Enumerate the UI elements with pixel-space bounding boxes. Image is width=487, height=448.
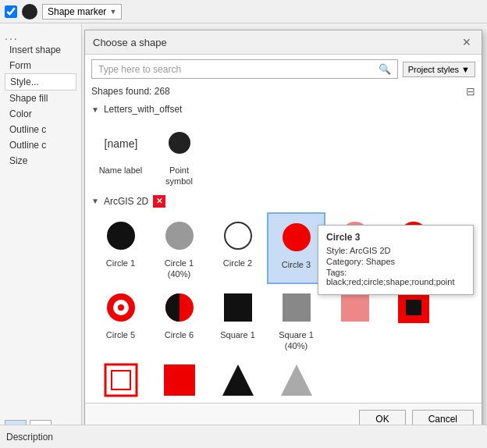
sidebar-item-outline2[interactable]: Outline c <box>5 137 76 153</box>
shape-item-triangle-gray[interactable] <box>267 357 325 403</box>
shape-visual-circle1-black <box>102 217 140 254</box>
shape-item-circle6[interactable]: Circle 6 <box>150 284 208 357</box>
shape-label-circle3-red: Circle 3 <box>282 259 311 270</box>
category-arcgis-header[interactable]: ▼ ArcGIS 2D ✕ <box>91 192 475 212</box>
svg-marker-21 <box>222 364 254 396</box>
shape-visual-triangle-gray <box>278 361 315 399</box>
shape-item-rect-red-solid[interactable] <box>150 357 208 403</box>
dialog-title: Choose a shape <box>93 37 167 48</box>
svg-point-4 <box>225 222 251 249</box>
tooltip-tags: Tags: black;red;circle;shape;round;point <box>326 268 465 286</box>
sidebar-dots: ... <box>5 30 76 42</box>
svg-rect-18 <box>105 364 137 396</box>
category-delete-button[interactable]: ✕ <box>153 195 165 208</box>
svg-rect-13 <box>224 293 252 322</box>
svg-point-3 <box>165 222 194 250</box>
dropdown-label: Shape marker <box>48 6 106 17</box>
search-row: Type here to search 🔍 Project styles ▼ <box>85 55 482 84</box>
sidebar-item-size[interactable]: Size <box>5 153 76 169</box>
category-arrow-icon: ▼ <box>91 105 99 114</box>
svg-point-5 <box>283 223 311 251</box>
shape-visual-point-symbol <box>161 124 198 162</box>
shape-item-rect-red-sq[interactable] <box>384 284 443 357</box>
shape-visual-square1 <box>219 289 257 326</box>
search-icon: 🔍 <box>379 63 391 75</box>
bottom-bar: Description <box>0 425 487 448</box>
tooltip-category: Category: Shapes <box>326 257 465 266</box>
tooltip-style: Style: ArcGIS 2D <box>326 246 465 255</box>
shape-marker-dropdown[interactable]: Shape marker ▼ <box>42 4 122 20</box>
toolbar-circle-icon <box>22 4 37 20</box>
shape-item-rect-outline-red[interactable] <box>91 357 150 403</box>
category2-arrow-icon: ▼ <box>91 197 99 205</box>
shape-visual-name-label: [name] <box>102 124 140 162</box>
svg-point-1 <box>169 132 190 154</box>
svg-text:[name]: [name] <box>104 137 137 150</box>
shape-item-circle1-gray[interactable]: Circle 1(40%) <box>150 212 208 285</box>
sidebar-item-color[interactable]: Color <box>5 106 76 122</box>
svg-point-2 <box>107 222 135 250</box>
shape-item-circle3-red[interactable]: Circle 3 <box>267 212 325 285</box>
shape-visual-circle3-red <box>278 219 315 256</box>
shape-item-name-label[interactable]: [name] Name label <box>91 119 150 192</box>
letters-shape-grid: [name] Name label Pointsymbol <box>91 119 475 192</box>
toolbar-checkbox[interactable] <box>5 5 17 18</box>
svg-rect-15 <box>341 293 369 322</box>
sidebar-item-outline1[interactable]: Outline c <box>5 122 76 137</box>
shape-tooltip: Circle 3 Style: ArcGIS 2D Category: Shap… <box>318 225 474 295</box>
tooltip-title: Circle 3 <box>326 232 465 243</box>
shape-item-square1[interactable]: Square 1 <box>208 284 267 357</box>
toolbar: Shape marker ▼ <box>0 0 487 23</box>
choose-shape-dialog: Choose a shape ✕ Type here to search 🔍 P… <box>84 30 482 436</box>
status-row: Shapes found: 268 ⊟ <box>85 84 482 101</box>
shape-label-circle5: Circle 5 <box>106 329 135 340</box>
sidebar-item-form[interactable]: Form <box>5 58 76 73</box>
shapes-found-label: Shapes found: 268 <box>91 86 170 97</box>
sidebar: ... Insert shape Form Style... Shape fil… <box>0 23 82 448</box>
shape-label-circle1-gray: Circle 1(40%) <box>165 258 194 280</box>
svg-rect-20 <box>164 364 195 396</box>
svg-marker-22 <box>281 364 312 396</box>
shape-visual-rect-red-solid <box>161 361 198 399</box>
shape-item-circle5[interactable]: Circle 5 <box>91 284 150 357</box>
shape-label-circle1-black: Circle 1 <box>106 258 135 268</box>
shape-item-square1-gray[interactable]: Square 1(40%) <box>267 284 325 357</box>
shape-visual-circle1-gray <box>161 217 198 254</box>
shape-item-circle1-black[interactable]: Circle 1 <box>91 212 150 285</box>
sidebar-item-insert-shape[interactable]: Insert shape <box>5 42 76 58</box>
svg-rect-17 <box>406 300 421 315</box>
shape-visual-rect-outline-red <box>102 361 140 399</box>
description-label: Description <box>6 432 53 443</box>
shape-item-triangle-black[interactable] <box>208 357 267 403</box>
shape-item-rect-pink[interactable] <box>325 284 384 357</box>
dropdown-arrow-icon: ▼ <box>109 8 116 16</box>
svg-point-11 <box>118 304 124 311</box>
shape-visual-circle5 <box>102 289 140 326</box>
shape-item-circle2[interactable]: Circle 2 <box>208 212 267 285</box>
shape-label-circle2: Circle 2 <box>223 258 252 268</box>
project-styles-button[interactable]: Project styles ▼ <box>403 62 475 77</box>
category-letters-label: Letters_with_offset <box>104 104 183 115</box>
search-placeholder: Type here to search <box>98 64 181 75</box>
category-arcgis-label: ArcGIS 2D <box>104 196 148 207</box>
dialog-header: Choose a shape ✕ <box>85 30 482 55</box>
shape-visual-circle6 <box>161 289 198 326</box>
shape-label-circle6: Circle 6 <box>165 329 194 340</box>
shape-label-point-symbol: Pointsymbol <box>165 165 193 187</box>
dialog-content[interactable]: ▼ Letters_with_offset [name] Name label <box>85 101 482 403</box>
shape-item-point-symbol[interactable]: Pointsymbol <box>150 119 208 192</box>
close-button[interactable]: ✕ <box>460 35 474 49</box>
search-box[interactable]: Type here to search 🔍 <box>91 59 398 79</box>
filter-icon[interactable]: ⊟ <box>466 85 475 98</box>
shape-label-square1: Square 1 <box>220 329 255 340</box>
svg-rect-14 <box>283 293 311 322</box>
shape-label-square1-gray: Square 1(40%) <box>279 329 314 352</box>
shape-visual-square1-gray <box>278 289 315 326</box>
shape-label-name-label: Name label <box>99 165 143 176</box>
category-letters-header[interactable]: ▼ Letters_with_offset <box>91 101 475 119</box>
shape-visual-triangle-black <box>219 361 257 399</box>
shape-visual-circle2 <box>219 217 257 254</box>
sidebar-item-shape-fill[interactable]: Shape fill <box>5 91 76 106</box>
sidebar-item-style[interactable]: Style... <box>5 73 76 91</box>
